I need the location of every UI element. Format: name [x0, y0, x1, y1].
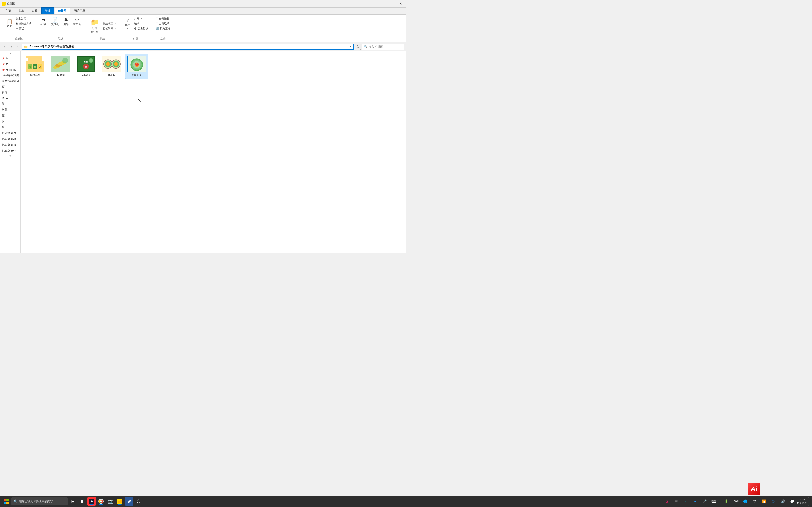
easy-access-button[interactable]: 轻松访问 ▼	[102, 26, 117, 31]
tab-view[interactable]: 查看	[28, 7, 41, 14]
svg-point-25	[114, 62, 118, 66]
sidebar-label-params: 参数校验机制	[2, 79, 19, 83]
file-item-666[interactable]: 666.png	[125, 54, 149, 79]
address-input[interactable]	[30, 45, 350, 48]
minimize-button[interactable]: ─	[373, 0, 385, 7]
select-all-label: 全部选择	[159, 17, 169, 20]
cut-button[interactable]: ✂ 剪切	[15, 26, 33, 31]
new-item-label: 新建项目	[103, 22, 113, 25]
copy-to-button[interactable]: 📄 复制到	[50, 16, 60, 27]
tab-carousel[interactable]: 轮播图	[54, 7, 70, 14]
file-item-33[interactable]: 33.png	[100, 54, 123, 79]
edit-button[interactable]: 编辑	[133, 21, 149, 26]
address-dropdown-arrow[interactable]: ▼	[350, 46, 352, 48]
sidebar-item-this[interactable]: 当	[0, 124, 20, 130]
sidebar-label-xt-home: xt_home	[6, 68, 16, 71]
sidebar-item-carousel[interactable]: 播图	[0, 90, 20, 96]
select-all-icon: ☑	[156, 17, 158, 20]
sidebar-item-drive-d[interactable]: 他磁盘 (D:)	[0, 136, 20, 142]
copy-icon: 📄	[52, 17, 58, 22]
history-button[interactable]: ⏱ 历史记录	[133, 26, 149, 31]
address-bar[interactable]: 📁 ▼	[21, 44, 354, 50]
image-thumbnail-22: 红柳 🌸	[77, 56, 95, 72]
invert-selection-button[interactable]: 🔄 反向选择	[155, 26, 171, 31]
sidebar-label-object: 对象	[2, 108, 7, 112]
properties-icon: ☑	[125, 18, 130, 23]
sidebar-item-pic[interactable]: 片	[0, 119, 20, 124]
file-item-11[interactable]: 11.png	[49, 54, 72, 79]
image-thumbnail-33	[102, 56, 121, 72]
search-box[interactable]: 🔍	[362, 44, 404, 50]
tab-share[interactable]: 共享	[15, 7, 28, 14]
sidebar-item-java[interactable]: Java异常深度	[0, 72, 20, 78]
forward-button[interactable]: ›	[8, 44, 14, 50]
open-button[interactable]: 打开 ▼	[133, 16, 149, 21]
sidebar-item-desktop[interactable]: 脑	[0, 101, 20, 107]
sidebar-scroll-up-area[interactable]: ▲	[0, 51, 20, 55]
sidebar-item-current[interactable]: 📌 当	[0, 55, 20, 61]
new-item-arrow: ▼	[114, 22, 116, 25]
new-folder-label: 新建文件夹	[91, 26, 98, 34]
paste-shortcut-label: 粘贴快捷方式	[16, 22, 32, 25]
properties-arrow: ▼	[126, 27, 129, 30]
move-icon: ➡	[42, 17, 46, 22]
sidebar-item-drive-c[interactable]: 他磁盘 (C:)	[0, 130, 20, 136]
properties-button[interactable]: ☑ 属性 ▼	[123, 17, 132, 30]
sidebar-label-pic: 片	[2, 119, 5, 123]
new-folder-button[interactable]: 📁 新建文件夹	[88, 16, 101, 36]
edit-label: 编辑	[134, 22, 139, 25]
maximize-button[interactable]: □	[385, 0, 395, 7]
sidebar-item-xt-home[interactable]: 📌 xt_home	[0, 67, 20, 72]
sidebar-item-page[interactable]: 页	[0, 84, 20, 90]
file-item-22[interactable]: 红柳 🌸 22.png	[74, 54, 98, 79]
move-to-button[interactable]: ➡ 移动到	[38, 16, 49, 27]
deselect-all-label: 全部取消	[159, 22, 169, 25]
ribbon-group-select: ☑ 全部选择 ☐ 全部取消 🔄 反向选择 选择	[152, 15, 174, 41]
tab-home[interactable]: 主页	[2, 7, 14, 14]
image-thumbnail-11	[51, 56, 70, 72]
paste-button[interactable]: 📋 粘贴	[5, 18, 14, 29]
sidebar-item-drive-f[interactable]: 他磁盘 (F:)	[0, 148, 20, 154]
tab-picture-tools[interactable]: 图片工具	[70, 7, 89, 14]
sidebar-item-params[interactable]: 参数校验机制	[0, 78, 20, 84]
svg-text:红柳: 红柳	[84, 61, 88, 63]
ribbon-group-clipboard: 📋 粘贴 复制路径 粘贴快捷方式 ✂ 剪切 剪贴板	[2, 15, 36, 41]
title-bar-buttons: ─ □ ✕	[373, 0, 406, 7]
delete-button[interactable]: ✖ 删除	[61, 16, 71, 27]
file-name-22: 22.png	[82, 73, 90, 76]
copy-path-button[interactable]: 复制路径	[15, 16, 33, 21]
sidebar-scroll-down-area[interactable]: ▼	[0, 154, 20, 158]
svg-rect-4	[51, 56, 70, 72]
sidebar-item-object[interactable]: 对象	[0, 107, 20, 113]
folder-path-icon: 📁	[24, 45, 28, 49]
sidebar-label-this: 当	[2, 125, 5, 129]
sidebar-item-recent[interactable]: 📌 片	[0, 61, 20, 67]
close-button[interactable]: ✕	[395, 0, 406, 7]
status-bar: 5 个项目	[0, 253, 406, 253]
sidebar-label-java: Java异常深度	[2, 73, 19, 77]
select-all-button[interactable]: ☑ 全部选择	[155, 16, 171, 21]
deselect-all-button[interactable]: ☐ 全部取消	[155, 21, 171, 26]
file-name-11: 11.png	[57, 73, 65, 76]
refresh-button[interactable]: ↻	[355, 44, 361, 50]
easy-access-label: 轻松访问	[103, 27, 113, 30]
sidebar-item-top[interactable]: 顶	[0, 113, 20, 119]
rename-button[interactable]: ✏ 重命名	[72, 16, 82, 27]
sidebar-label-drive-d: 他磁盘 (D:)	[2, 137, 16, 141]
open-arrow: ▼	[140, 17, 142, 20]
new-item-button[interactable]: 新建项目 ▼	[102, 21, 117, 26]
file-item-folder[interactable]: 🌿 🍈 🥝 轮播详情	[23, 54, 47, 79]
back-button[interactable]: ‹	[2, 44, 7, 50]
sidebar-item-drive[interactable]: Drive	[0, 96, 20, 101]
sidebar-label-top: 顶	[2, 114, 5, 118]
organize-buttons: ➡ 移动到 📄 复制到 ✖ 删除 ✏ 重命名	[38, 16, 82, 27]
pin-icon-2: 📌	[2, 63, 5, 65]
paste-shortcut-button[interactable]: 粘贴快捷方式	[15, 21, 33, 26]
up-button[interactable]: ↑	[15, 44, 21, 50]
tab-manage[interactable]: 管理	[41, 7, 54, 14]
search-input[interactable]	[368, 45, 402, 48]
ribbon-group-open: ☑ 属性 ▼ 打开 ▼ 编辑 ⏱ 历史记录 打开	[120, 15, 152, 41]
pin-icon-3: 📌	[2, 68, 5, 71]
sidebar-item-drive-e[interactable]: 他磁盘 (E:)	[0, 142, 20, 148]
title-bar: 轮播图 ─ □ ✕	[0, 0, 406, 7]
